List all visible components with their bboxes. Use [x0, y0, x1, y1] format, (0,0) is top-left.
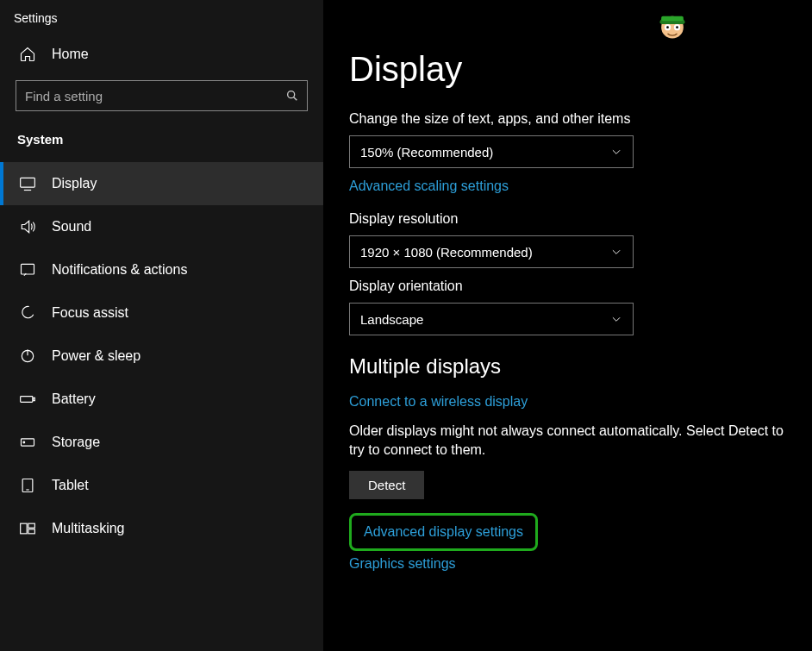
home-icon — [19, 46, 36, 63]
app-title: Settings — [0, 7, 323, 37]
resolution-label: Display resolution — [349, 211, 803, 227]
svg-rect-2 — [21, 178, 35, 187]
resolution-dropdown[interactable]: 1920 × 1080 (Recommended) — [349, 235, 634, 268]
battery-icon — [19, 391, 36, 408]
focus-assist-icon — [19, 304, 36, 322]
svg-point-10 — [23, 441, 25, 443]
category-label: System — [0, 125, 323, 162]
svg-rect-14 — [28, 523, 35, 528]
detect-text: Older displays might not always connect … — [349, 422, 797, 459]
svg-point-20 — [666, 26, 669, 28]
tablet-icon — [19, 477, 36, 494]
svg-point-21 — [676, 26, 678, 28]
display-icon — [19, 175, 36, 192]
sidebar-item-label: Sound — [52, 219, 91, 235]
sidebar-item-tablet[interactable]: Tablet — [0, 464, 323, 507]
scale-dropdown[interactable]: 150% (Recommended) — [349, 135, 634, 168]
home-nav[interactable]: Home — [0, 37, 323, 72]
orientation-value: Landscape — [360, 312, 423, 327]
scale-value: 150% (Recommended) — [360, 145, 493, 160]
sidebar-item-notifications[interactable]: Notifications & actions — [0, 248, 323, 291]
page-title: Display — [349, 50, 803, 89]
multitasking-icon — [19, 520, 36, 537]
graphics-settings-link[interactable]: Graphics settings — [349, 556, 456, 572]
sidebar-item-focus-assist[interactable]: Focus assist — [0, 291, 323, 335]
search-icon — [285, 89, 299, 103]
multiple-displays-heading: Multiple displays — [349, 354, 803, 379]
sidebar-item-label: Storage — [52, 435, 100, 450]
sidebar-item-multitasking[interactable]: Multitasking — [0, 507, 323, 550]
orientation-dropdown[interactable]: Landscape — [349, 303, 634, 335]
detect-button[interactable]: Detect — [349, 471, 424, 499]
svg-point-0 — [288, 91, 295, 98]
sidebar-item-label: Notifications & actions — [52, 262, 187, 278]
sidebar-item-label: Multitasking — [52, 521, 124, 536]
sidebar-item-storage[interactable]: Storage — [0, 421, 323, 464]
storage-icon — [19, 434, 36, 451]
sidebar-item-display[interactable]: Display — [0, 162, 323, 205]
main-content: Display Change the size of text, apps, a… — [323, 0, 812, 651]
power-icon — [19, 347, 36, 365]
sidebar-item-label: Focus assist — [52, 305, 128, 321]
svg-rect-15 — [28, 529, 35, 534]
search-box[interactable] — [16, 80, 308, 111]
svg-rect-4 — [22, 264, 34, 274]
sidebar-item-sound[interactable]: Sound — [0, 205, 323, 248]
svg-rect-17 — [661, 16, 684, 22]
notifications-icon — [19, 261, 36, 279]
svg-rect-7 — [21, 397, 33, 403]
sound-icon — [19, 218, 36, 235]
svg-rect-13 — [21, 523, 28, 534]
orientation-label: Display orientation — [349, 279, 803, 294]
scale-label: Change the size of text, apps, and other… — [349, 111, 803, 127]
svg-line-1 — [294, 97, 297, 101]
sidebar: Settings Home System Display Sound Notif… — [0, 0, 323, 651]
sidebar-item-battery[interactable]: Battery — [0, 378, 323, 421]
sidebar-item-label: Battery — [52, 391, 96, 407]
cartoon-face-icon — [653, 5, 691, 43]
chevron-down-icon — [610, 313, 622, 325]
connect-wireless-link[interactable]: Connect to a wireless display — [349, 394, 528, 410]
sidebar-item-label: Power & sleep — [52, 348, 141, 364]
sidebar-item-power-sleep[interactable]: Power & sleep — [0, 335, 323, 378]
sidebar-item-label: Tablet — [52, 478, 89, 493]
advanced-display-link[interactable]: Advanced display settings — [364, 524, 523, 540]
chevron-down-icon — [610, 146, 622, 158]
advanced-scaling-link[interactable]: Advanced scaling settings — [349, 178, 509, 194]
resolution-value: 1920 × 1080 (Recommended) — [360, 245, 533, 260]
svg-rect-8 — [34, 397, 35, 400]
home-label: Home — [52, 47, 89, 62]
chevron-down-icon — [610, 246, 622, 258]
highlight-box: Advanced display settings — [349, 513, 538, 551]
sidebar-item-label: Display — [52, 176, 97, 191]
search-input[interactable] — [16, 80, 308, 111]
